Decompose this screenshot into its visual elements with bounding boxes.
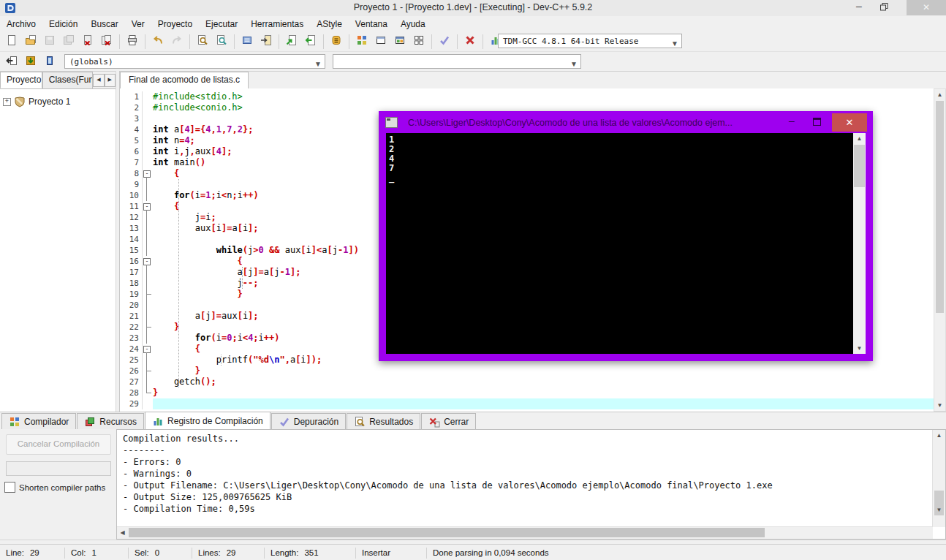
file-tab-bar: Final de acomodo de listas.c [120, 71, 946, 89]
replace-button[interactable] [238, 33, 257, 50]
tab-compilador[interactable]: Compilador [1, 413, 76, 429]
tab-scroll-right-icon[interactable]: ▶ [105, 74, 116, 87]
remove-from-project-button[interactable] [301, 33, 320, 50]
compiler-select[interactable]: TDM-GCC 4.8.1 64-bit Release▼ [498, 34, 682, 48]
scrollbar-thumb[interactable] [129, 528, 765, 537]
run-button[interactable] [371, 33, 390, 50]
tab-resultados[interactable]: Resultados [347, 413, 420, 429]
fold-collapse-icon[interactable]: - [143, 258, 151, 265]
save-all-button[interactable] [59, 33, 78, 50]
fold-margin [142, 245, 153, 256]
menu-item-edicin[interactable]: Edición [42, 18, 84, 31]
abort-compilation-button[interactable] [461, 33, 480, 50]
cancel-compilation-button[interactable]: Cancelar Compilación [6, 434, 111, 455]
scroll-left-icon[interactable]: ◀ [117, 527, 128, 538]
line-number: 23 [120, 333, 142, 344]
status-message: Done parsing in 0,094 seconds [427, 548, 946, 559]
add-to-project-button[interactable] [282, 33, 301, 50]
debug-button[interactable] [435, 33, 454, 50]
goto-line-button[interactable] [257, 33, 276, 50]
project-tree: + Proyecto 1 [0, 89, 116, 412]
globals-select[interactable]: (globals)▼ [64, 54, 325, 69]
replace-icon [241, 34, 253, 48]
close-button[interactable]: ✕ [907, 0, 946, 15]
expand-icon[interactable]: + [3, 98, 11, 106]
minimize-button[interactable]: – [848, 0, 870, 15]
close-file-button[interactable] [78, 33, 97, 50]
toolbar-separator [119, 34, 120, 49]
shorten-paths-option[interactable]: Shorten compiler paths [4, 482, 105, 493]
package-manager-button[interactable] [327, 33, 346, 50]
menu-item-ventana[interactable]: Ventana [349, 18, 394, 31]
tab-cerrar[interactable]: Cerrar [421, 413, 476, 429]
goto-declaration-button[interactable] [2, 53, 21, 70]
checkbox-icon[interactable] [4, 482, 15, 493]
chevron-down-icon: ▼ [671, 37, 678, 51]
main-toolbar: TDM-GCC 4.8.1 64-bit Release▼ [0, 31, 946, 52]
check-icon [279, 416, 290, 428]
line-number: 12 [120, 212, 142, 223]
status-length: Length:351 [265, 548, 356, 559]
menu-item-astyle[interactable]: AStyle [310, 18, 349, 31]
goto-definition-button[interactable] [21, 53, 40, 70]
tab-registro-de-compilaci-n[interactable]: Registro de Compilación [145, 412, 270, 429]
fold-collapse-icon[interactable]: - [143, 346, 151, 353]
console-window[interactable]: C:\Users\Liger\Desktop\Cony\Acomodo de u… [379, 111, 873, 361]
toolbar-separator [349, 34, 349, 49]
scroll-up-icon[interactable]: ▲ [933, 430, 945, 441]
bottom-tab-bar: CompiladorRecursosRegistro de Compilació… [0, 412, 946, 429]
scrollbar-thumb[interactable] [854, 145, 865, 187]
log-vertical-scrollbar[interactable]: ▲ ▼ [932, 430, 945, 527]
fold-collapse-icon[interactable]: - [143, 170, 151, 178]
find-button[interactable] [193, 33, 212, 50]
scroll-down-icon[interactable]: ▼ [933, 504, 945, 515]
fold-collapse-icon[interactable]: - [143, 203, 151, 211]
scroll-down-icon[interactable]: ▼ [853, 343, 866, 354]
find-in-files-button[interactable] [212, 33, 231, 50]
tab-depuraci-n[interactable]: Depuración [271, 413, 346, 429]
redo-button[interactable] [167, 33, 186, 50]
file-tab[interactable]: Final de acomodo de listas.c [120, 72, 249, 88]
tab-clases[interactable]: Clases(Fun [42, 72, 93, 88]
fold-margin [142, 289, 153, 300]
red-x-icon [464, 34, 476, 48]
console-close-button[interactable]: ✕ [832, 113, 867, 132]
scroll-up-icon[interactable]: ▲ [853, 133, 866, 144]
goto-implementation-button[interactable] [40, 53, 59, 70]
console-minimize-button[interactable]: – [782, 113, 801, 132]
tab-proyecto[interactable]: Proyecto [0, 72, 42, 88]
open-file-button[interactable] [21, 33, 40, 50]
menu-item-archivo[interactable]: Archivo [0, 18, 42, 31]
console-output[interactable]: 1247_ [386, 133, 853, 354]
tab-recursos[interactable]: Recursos [77, 413, 144, 429]
menu-item-proyecto[interactable]: Proyecto [151, 18, 199, 31]
console-scrollbar[interactable]: ▲ ▼ [853, 133, 866, 354]
save-button[interactable] [40, 33, 59, 50]
fold-margin [142, 311, 153, 322]
compile-and-run-button[interactable] [390, 33, 409, 50]
chevron-down-icon: ▼ [570, 57, 578, 72]
status-sel: Sel:0 [129, 548, 192, 559]
scroll-down-icon[interactable]: ▼ [934, 400, 945, 411]
editor-vertical-scrollbar[interactable]: ▲ ▼ [934, 88, 946, 412]
rebuild-all-button[interactable] [409, 33, 428, 50]
log-horizontal-scrollbar[interactable]: ◀ [117, 526, 933, 539]
compile-button[interactable] [352, 33, 371, 50]
fold-margin [142, 322, 153, 333]
tree-item-proyecto-1[interactable]: + Proyecto 1 [0, 95, 116, 108]
members-select[interactable]: ▼ [333, 54, 581, 69]
print-button[interactable] [123, 33, 142, 50]
title-bar[interactable]: Proyecto 1 - [Proyecto 1.dev] - [Executi… [0, 0, 946, 17]
menu-item-ejecutar[interactable]: Ejecutar [199, 18, 244, 31]
scroll-up-icon[interactable]: ▲ [934, 89, 945, 100]
menu-item-ver[interactable]: Ver [125, 18, 151, 31]
undo-button[interactable] [148, 33, 167, 50]
new-source-button[interactable] [2, 33, 21, 50]
menu-item-buscar[interactable]: Buscar [84, 18, 124, 31]
close-all-button[interactable] [97, 33, 116, 50]
tab-scroll-left-icon[interactable]: ◀ [93, 74, 104, 87]
fold-margin [142, 267, 153, 278]
scrollbar-thumb[interactable] [936, 101, 944, 313]
menu-item-ayuda[interactable]: Ayuda [394, 18, 432, 31]
menu-item-herramientas[interactable]: Herramientas [244, 18, 310, 31]
